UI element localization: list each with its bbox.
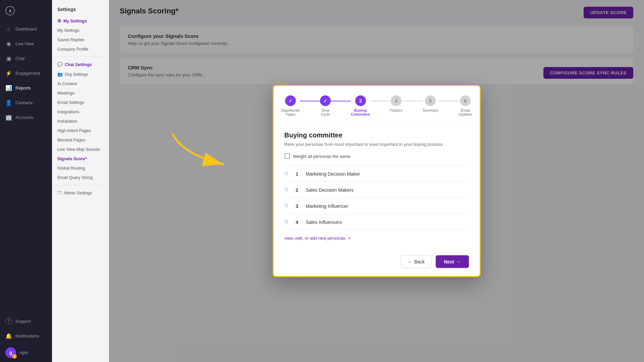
logo-icon: ∧ bbox=[5, 6, 15, 15]
back-label: Back bbox=[414, 259, 425, 264]
step-factors: 4 Factors bbox=[390, 96, 402, 112]
settings-item-high-intent[interactable]: High-Intent Pages bbox=[52, 126, 109, 135]
sidebar-item-reports[interactable]: 📊 Reports bbox=[0, 80, 52, 95]
settings-label-email-query: Email Query String bbox=[57, 175, 93, 180]
settings-item-chat-settings[interactable]: 💬 Chat Settings bbox=[52, 60, 109, 69]
settings-label-high-intent: High-Intent Pages bbox=[57, 128, 91, 133]
sidebar-left: ∧ ⌂ Dashboard ◉ Live View ▣ Chat ⚡ Engag… bbox=[0, 0, 52, 362]
step-opportunity-types: ✓ Opportunity Types bbox=[281, 96, 300, 116]
settings-label-chat-settings: Chat Settings bbox=[65, 62, 92, 67]
settings-item-saved-replies[interactable]: Saved Replies bbox=[52, 35, 109, 45]
step-buying-committee: 3 Buying Committee bbox=[351, 96, 370, 116]
liveview-icon: ◉ bbox=[5, 40, 12, 47]
sidebar-item-support[interactable]: ? Support bbox=[0, 314, 52, 328]
settings-item-installation[interactable]: Installation bbox=[52, 117, 109, 126]
settings-item-blocked-pages[interactable]: Blocked Pages bbox=[52, 135, 109, 145]
modal-footer: ← Back Next → bbox=[274, 250, 480, 276]
sidebar-item-dashboard[interactable]: ⌂ Dashboard bbox=[0, 21, 52, 36]
step-label-5: Summary bbox=[423, 108, 438, 112]
step-circle-6: 6 bbox=[460, 96, 471, 106]
admin-icon: 🛡 bbox=[57, 190, 62, 195]
sidebar-item-accounts[interactable]: 🏢 Accounts bbox=[0, 110, 52, 125]
username: ngan bbox=[19, 350, 29, 355]
sidebar-item-liveview[interactable]: ◉ Live View bbox=[0, 36, 52, 51]
back-button[interactable]: ← Back bbox=[400, 255, 432, 268]
app-logo: ∧ bbox=[0, 0, 52, 21]
notifications-icon: 🔔 bbox=[5, 333, 12, 339]
buying-committee-modal: ✓ Opportunity Types ✓ Deal Cycle 3 Buyin… bbox=[273, 85, 481, 277]
step-circle-3: 3 bbox=[355, 96, 366, 106]
settings-label-saved-replies: Saved Replies bbox=[57, 38, 85, 42]
settings-label-org-settings: Org Settings bbox=[65, 72, 88, 77]
persona-item-1: ⠿ 1 Marketing Decision Maker bbox=[284, 166, 469, 182]
settings-label-global-routing: Global Routing bbox=[57, 166, 85, 171]
drag-handle-1[interactable]: ⠿ bbox=[284, 171, 288, 177]
settings-label-live-view-map: Live View Map Sounds bbox=[57, 147, 100, 152]
next-button[interactable]: Next → bbox=[436, 255, 469, 268]
sidebar-label-contacts: Contacts bbox=[15, 100, 33, 105]
weight-checkbox[interactable] bbox=[284, 154, 290, 159]
step-circle-5: 5 bbox=[425, 96, 436, 106]
settings-label-ai-content: Ai Content bbox=[57, 81, 77, 86]
sidebar-label-accounts: Accounts bbox=[15, 115, 33, 120]
settings-item-meetings[interactable]: Meetings bbox=[52, 88, 109, 98]
settings-item-email-settings[interactable]: Email Settings bbox=[52, 98, 109, 107]
step-summary: 5 Summary bbox=[423, 96, 438, 112]
settings-item-live-view-map[interactable]: Live View Map Sounds bbox=[52, 145, 109, 154]
user-profile[interactable]: g 7 ngan bbox=[0, 343, 52, 362]
persona-name-3: Marketing Influencer bbox=[306, 203, 469, 208]
sidebar-item-engagement[interactable]: ⚡ Engagement bbox=[0, 66, 52, 80]
sidebar-item-chat[interactable]: ▣ Chat bbox=[0, 51, 52, 66]
settings-item-ai-content[interactable]: Ai Content bbox=[52, 79, 109, 88]
settings-item-global-routing[interactable]: Global Routing bbox=[52, 164, 109, 173]
persona-num-1: 1 bbox=[294, 171, 301, 176]
connector-5 bbox=[438, 101, 459, 102]
settings-item-signals-score[interactable]: Signals Score* bbox=[52, 154, 109, 164]
connector-1 bbox=[300, 101, 320, 102]
settings-label-my-settings: My Settings bbox=[63, 19, 87, 23]
sidebar-label-notifications: Notifications bbox=[15, 334, 39, 339]
support-icon: ? bbox=[5, 318, 12, 324]
settings-gear-icon: ⚙ bbox=[57, 18, 61, 23]
drag-handle-3[interactable]: ⠿ bbox=[284, 203, 288, 209]
sidebar-label-support: Support bbox=[15, 319, 31, 324]
settings-label-installation: Installation bbox=[57, 119, 77, 124]
drag-handle-2[interactable]: ⠿ bbox=[284, 187, 288, 193]
settings-item-company-profile[interactable]: Company Profile bbox=[52, 45, 109, 54]
chat-settings-icon: 💬 bbox=[57, 62, 63, 67]
view-personas-link[interactable]: view, edit, or add new personas ↗ bbox=[284, 230, 469, 242]
modal-subtitle: Rank your personas from most important t… bbox=[284, 142, 469, 147]
step-label-4: Factors bbox=[390, 108, 402, 112]
settings-label-my-settings-sub: My Settings bbox=[57, 28, 79, 33]
settings-label-integrations: Integrations bbox=[57, 110, 79, 114]
checkbox-row[interactable]: Weight all personas the same bbox=[284, 154, 469, 159]
sidebar-label-chat: Chat bbox=[15, 56, 24, 61]
settings-item-my-settings-sub[interactable]: My Settings bbox=[52, 26, 109, 35]
accounts-icon: 🏢 bbox=[5, 114, 12, 121]
settings-item-email-query[interactable]: Email Query String bbox=[52, 173, 109, 182]
sidebar-item-contacts[interactable]: 👤 Contacts bbox=[0, 95, 52, 110]
persona-num-2: 2 bbox=[294, 187, 301, 192]
settings-item-admin[interactable]: 🛡 Admin Settings bbox=[52, 188, 109, 198]
step-label-1: Opportunity Types bbox=[281, 108, 300, 116]
step-label-3: Buying Committee bbox=[351, 108, 370, 116]
persona-name-1: Marketing Decision Maker bbox=[306, 171, 469, 176]
settings-header: Settings bbox=[52, 4, 109, 16]
notification-badge: 7 bbox=[12, 354, 17, 359]
sidebar-item-notifications[interactable]: 🔔 Notifications bbox=[0, 328, 52, 343]
modal-wrapper: ✓ Opportunity Types ✓ Deal Cycle 3 Buyin… bbox=[273, 85, 481, 277]
settings-item-my-settings[interactable]: ⚙ My Settings bbox=[52, 16, 109, 26]
engagement-icon: ⚡ bbox=[5, 70, 12, 76]
step-circle-1: ✓ bbox=[285, 96, 296, 106]
view-link-text: view, edit, or add new personas bbox=[284, 236, 345, 241]
settings-label-blocked-pages: Blocked Pages bbox=[57, 138, 85, 142]
settings-divider-1 bbox=[52, 57, 109, 57]
settings-label-company-profile: Company Profile bbox=[57, 47, 88, 52]
chat-icon: ▣ bbox=[5, 55, 12, 62]
settings-item-org-settings[interactable]: 👥 Org Settings bbox=[52, 69, 109, 79]
connector-3 bbox=[370, 101, 390, 102]
settings-item-integrations[interactable]: Integrations bbox=[52, 107, 109, 117]
connector-2 bbox=[331, 101, 351, 102]
drag-handle-4[interactable]: ⠿ bbox=[284, 219, 288, 225]
contacts-icon: 👤 bbox=[5, 99, 12, 106]
